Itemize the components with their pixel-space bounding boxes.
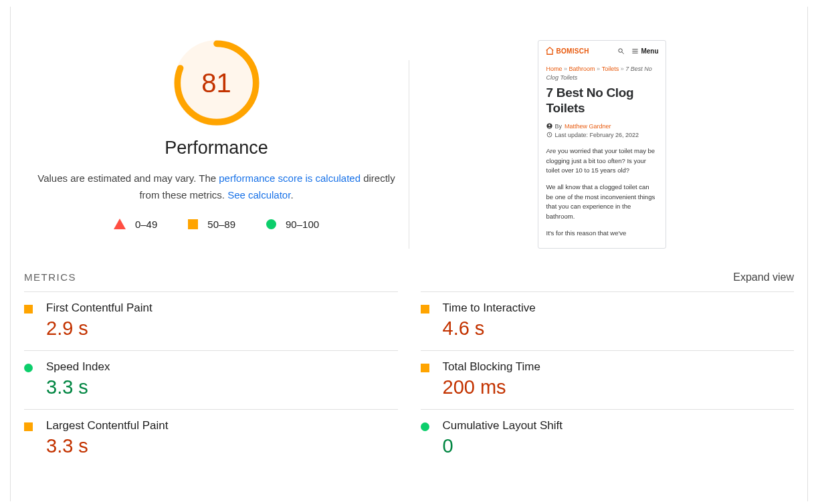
shot-breadcrumb: Home » Bathroom » Toilets » 7 Best No Cl… — [546, 65, 657, 82]
crumb-sep: » — [621, 66, 624, 72]
performance-gauge: 81 — [174, 40, 260, 126]
legend-range-good: 90–100 — [286, 219, 319, 230]
square-icon — [24, 305, 33, 313]
square-icon — [24, 422, 33, 431]
shot-author-row: By Matthew Gardner — [546, 123, 657, 130]
updated-text: Last update: February 26, 2022 — [555, 132, 639, 138]
metric-row[interactable]: Total Blocking Time200 ms — [421, 350, 795, 409]
legend-range-fail: 0–49 — [135, 219, 157, 230]
square-icon — [421, 364, 429, 372]
expand-view-toggle[interactable]: Expand view — [733, 271, 794, 283]
metric-row[interactable]: Largest Contentful Paint3.3 s — [24, 409, 398, 468]
metric-name: Cumulative Layout Shift — [443, 419, 563, 432]
score-calc-link[interactable]: performance score is calculated — [219, 172, 361, 184]
square-icon — [188, 219, 198, 229]
metric-value: 4.6 s — [443, 318, 536, 340]
hamburger-icon — [631, 47, 639, 55]
metric-row[interactable]: Speed Index3.3 s — [24, 350, 398, 409]
shot-body: Home » Bathroom » Toilets » 7 Best No Cl… — [538, 59, 666, 248]
metric-name: First Contentful Paint — [46, 301, 152, 315]
square-icon — [421, 305, 429, 313]
metric-row[interactable]: Time to Interactive4.6 s — [421, 291, 795, 350]
metrics-header: METRICS Expand view — [24, 269, 794, 291]
gauge-score: 81 — [174, 40, 260, 126]
metric-body: Time to Interactive4.6 s — [443, 301, 536, 340]
metric-value: 2.9 s — [46, 318, 152, 340]
legend-item-good: 90–100 — [266, 219, 319, 230]
shot-header-right: Menu — [617, 47, 658, 55]
legend-item-fail: 0–49 — [114, 219, 157, 230]
desc-text-pre: Values are estimated and may vary. The — [37, 172, 219, 184]
shot-header: BOMISCH Menu — [538, 41, 666, 59]
metric-row[interactable]: First Contentful Paint2.9 s — [24, 291, 398, 350]
circle-icon — [24, 364, 33, 372]
metric-body: Cumulative Layout Shift0 — [443, 419, 563, 457]
triangle-icon — [114, 219, 126, 229]
performance-column: 81 Performance Values are estimated and … — [24, 40, 409, 249]
metric-value: 3.3 s — [46, 435, 168, 457]
house-icon — [545, 46, 554, 55]
search-icon — [617, 47, 625, 55]
crumb-toilets: Toilets — [602, 66, 619, 72]
crumb-sep: » — [564, 66, 567, 72]
clock-icon — [546, 132, 552, 138]
shot-p1: Are you worried that your toilet may be … — [546, 146, 657, 176]
metric-name: Speed Index — [46, 360, 110, 374]
metric-value: 200 ms — [443, 376, 540, 398]
shot-title: 7 Best No Clog Toilets — [546, 86, 657, 116]
metric-value: 3.3 s — [46, 376, 110, 398]
author-link: Matthew Gardner — [565, 123, 611, 130]
page-screenshot: BOMISCH Menu Home » Bathroom — [538, 40, 666, 249]
lighthouse-report: 81 Performance Values are estimated and … — [10, 7, 808, 501]
metric-body: Largest Contentful Paint3.3 s — [46, 419, 168, 457]
shot-menu-label: Menu — [641, 47, 658, 55]
svg-point-0 — [619, 48, 623, 52]
shot-logo: BOMISCH — [545, 46, 589, 55]
by-label: By — [555, 123, 563, 130]
svg-point-6 — [548, 124, 550, 126]
summary-row: 81 Performance Values are estimated and … — [24, 7, 794, 269]
circle-icon — [266, 219, 276, 229]
shot-updated-row: Last update: February 26, 2022 — [546, 132, 657, 138]
crumb-sep: » — [597, 66, 600, 72]
metric-body: Speed Index3.3 s — [46, 360, 110, 398]
see-calculator-link[interactable]: See calculator — [227, 189, 290, 201]
metric-name: Largest Contentful Paint — [46, 419, 168, 432]
legend-range-average: 50–89 — [207, 219, 235, 230]
metric-name: Time to Interactive — [443, 301, 536, 315]
crumb-bathroom: Bathroom — [569, 66, 595, 72]
svg-line-1 — [622, 51, 624, 53]
shot-p3: It's for this reason that we've — [546, 229, 657, 239]
performance-heading: Performance — [165, 138, 268, 158]
metric-name: Total Blocking Time — [443, 360, 540, 374]
metric-row[interactable]: Cumulative Layout Shift0 — [421, 409, 795, 468]
metric-body: First Contentful Paint2.9 s — [46, 301, 152, 340]
legend-item-average: 50–89 — [188, 219, 235, 230]
crumb-home: Home — [546, 66, 563, 72]
score-legend: 0–49 50–89 90–100 — [114, 219, 319, 230]
user-icon — [546, 123, 552, 129]
circle-icon — [421, 422, 429, 431]
metrics-grid: First Contentful Paint2.9 sTime to Inter… — [24, 291, 794, 468]
metrics-title: METRICS — [24, 271, 76, 283]
shot-p2: We all know that a clogged toilet can be… — [546, 182, 657, 222]
performance-description: Values are estimated and may vary. The p… — [29, 170, 404, 204]
shot-logo-text: BOMISCH — [556, 47, 589, 55]
metric-body: Total Blocking Time200 ms — [443, 360, 540, 398]
metric-value: 0 — [443, 435, 563, 457]
screenshot-column: BOMISCH Menu Home » Bathroom — [409, 40, 794, 249]
shot-menu: Menu — [631, 47, 658, 55]
shot-meta: By Matthew Gardner Last update: February… — [546, 123, 657, 138]
desc-text-post: . — [290, 189, 293, 201]
